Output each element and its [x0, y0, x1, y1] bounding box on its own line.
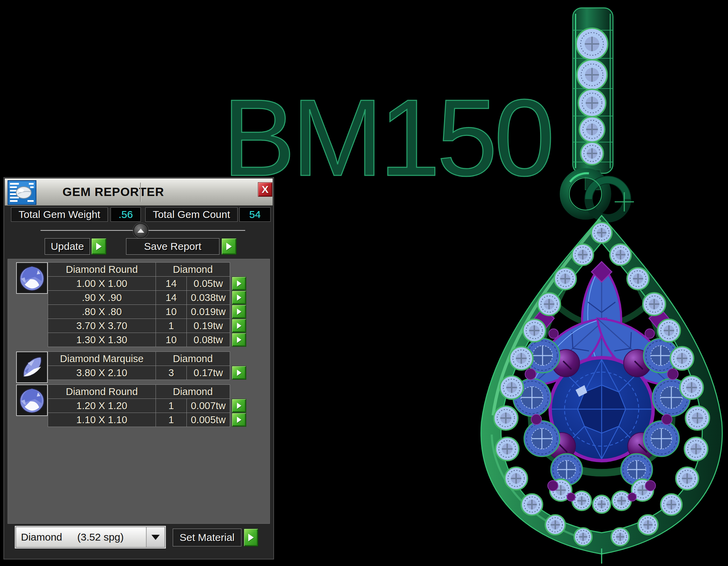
round-gem-icon [16, 262, 48, 294]
gem-weight-cell: 0.05tw [186, 276, 230, 291]
window-titlebar[interactable]: GEM REPORTER X [5, 178, 273, 206]
select-gems-icon[interactable] [232, 413, 246, 427]
gem-table-header: Diamond RoundDiamond [48, 262, 270, 277]
window-title: GEM REPORTER [62, 178, 164, 205]
gem-row: 3.80 X 2.1030.17tw [48, 366, 270, 380]
gem-count-cell: 1 [156, 319, 187, 333]
set-material-run-icon[interactable] [244, 529, 258, 546]
gem-row: 1.10 X 1.1010.005tw [48, 413, 270, 427]
gem-table-header: Diamond RoundDiamond [48, 384, 270, 399]
gem-reporter-window: GEM REPORTER X Total Gem Weight .56 Tota… [3, 177, 274, 559]
tolerance-slider [4, 223, 273, 240]
set-material-button[interactable]: Set Material [173, 529, 241, 546]
gem-list-area: Diamond RoundDiamond1.00 X 1.00140.05tw.… [8, 259, 270, 524]
gem-size-cell: 1.00 X 1.00 [48, 276, 156, 291]
total-gem-count-label: Total Gem Count [145, 207, 238, 222]
gem-row: 1.30 X 1.30100.08tw [48, 333, 270, 347]
total-gem-weight-value: .56 [111, 207, 141, 222]
gem-shape-header: Diamond Round [48, 262, 156, 277]
gem-weight-cell: 0.17tw [186, 366, 230, 380]
gem-row: 1.20 X 1.2010.007tw [48, 398, 270, 413]
gem-table: Diamond MarquiseDiamond3.80 X 2.1030.17t… [48, 351, 270, 380]
gem-count-cell: 1 [156, 398, 187, 413]
close-icon[interactable]: X [258, 182, 272, 197]
dropdown-arrow-icon[interactable] [146, 527, 164, 547]
titlebar-divider [140, 183, 141, 202]
gem-weight-cell: 0.19tw [186, 319, 230, 333]
gem-material-header: Diamond [156, 351, 230, 366]
slider-handle-arrow-icon [137, 229, 144, 233]
update-run-icon[interactable] [91, 238, 106, 255]
gem-table: Diamond RoundDiamond1.00 X 1.00140.05tw.… [48, 262, 270, 347]
gem-size-cell: .90 X .90 [48, 290, 156, 305]
update-button[interactable]: Update [45, 238, 90, 255]
marquise-gem-icon [16, 351, 48, 383]
gem-weight-cell: 0.019tw [186, 304, 230, 319]
gem-group: Diamond RoundDiamond1.20 X 1.2010.007tw1… [8, 384, 270, 427]
gem-size-cell: 3.80 X 2.10 [48, 366, 156, 380]
gem-material-header: Diamond [156, 384, 230, 399]
select-gems-icon[interactable] [232, 305, 246, 319]
total-gem-count-value: 54 [239, 207, 271, 222]
select-gems-icon[interactable] [232, 399, 246, 413]
save-report-run-icon[interactable] [221, 238, 237, 255]
connector-rings [564, 173, 634, 218]
gem-size-cell: .80 X .80 [48, 304, 156, 319]
gem-reporter-icon [8, 180, 36, 205]
gem-shape-header: Diamond Round [48, 384, 156, 399]
select-gems-icon[interactable] [232, 333, 246, 347]
gem-table: Diamond RoundDiamond1.20 X 1.2010.007tw1… [48, 384, 270, 427]
gem-row: .90 X .90140.038tw [48, 290, 270, 305]
gem-count-cell: 3 [156, 366, 187, 380]
gem-row: 1.00 X 1.00140.05tw [48, 276, 270, 291]
material-dropdown[interactable]: Diamond (3.52 spg) [15, 527, 165, 548]
gem-group: Diamond RoundDiamond1.00 X 1.00140.05tw.… [8, 262, 270, 347]
material-spg: (3.52 spg) [77, 531, 124, 543]
gem-weight-cell: 0.038tw [186, 290, 230, 305]
select-gems-icon[interactable] [232, 291, 246, 304]
select-gems-icon[interactable] [232, 319, 246, 333]
gem-count-cell: 10 [156, 304, 187, 319]
material-name: Diamond [21, 531, 62, 543]
gem-row: .80 X .80100.019tw [48, 304, 270, 319]
gem-size-cell: 1.10 X 1.10 [48, 413, 156, 427]
gem-material-header: Diamond [156, 262, 230, 277]
slider-handle[interactable] [133, 223, 148, 238]
select-gems-icon[interactable] [232, 366, 246, 380]
gem-shape-header: Diamond Marquise [48, 351, 156, 366]
gem-weight-cell: 0.005tw [186, 413, 230, 427]
gem-group: Diamond MarquiseDiamond3.80 X 2.1030.17t… [8, 351, 270, 380]
gem-size-cell: 1.30 X 1.30 [48, 333, 156, 347]
app-screen: BM150 [0, 0, 728, 566]
gem-size-cell: 3.70 X 3.70 [48, 319, 156, 333]
gem-count-cell: 1 [156, 413, 187, 427]
save-report-button[interactable]: Save Report [126, 238, 219, 255]
round-gem-icon [16, 384, 48, 416]
gem-row: 3.70 X 3.7010.19tw [48, 319, 270, 333]
gem-count-cell: 10 [156, 333, 187, 347]
gem-size-cell: 1.20 X 1.20 [48, 398, 156, 413]
total-gem-weight-label: Total Gem Weight [11, 207, 108, 222]
gem-weight-cell: 0.08tw [186, 333, 230, 347]
gem-count-cell: 14 [156, 290, 187, 305]
select-gems-icon[interactable] [232, 277, 246, 290]
gem-table-header: Diamond MarquiseDiamond [48, 351, 270, 366]
gem-weight-cell: 0.007tw [186, 398, 230, 413]
gem-count-cell: 14 [156, 276, 187, 291]
